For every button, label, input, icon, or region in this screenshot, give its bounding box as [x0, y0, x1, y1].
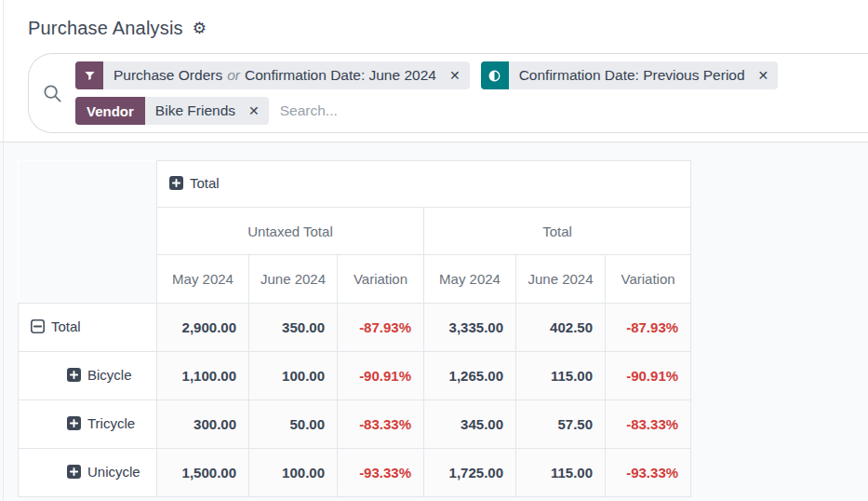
pivot-cell: 300.00	[157, 400, 249, 449]
table-row: Bicycle 1,100.00 100.00 -90.91% 1,265.00…	[19, 352, 691, 400]
plus-square-icon[interactable]	[67, 368, 81, 382]
pivot-corner-spacer	[19, 161, 157, 208]
plus-square-icon[interactable]	[67, 465, 81, 479]
measure-header-untaxed-total[interactable]: Untaxed Total	[157, 208, 424, 255]
pivot-cell-variation: -87.93%	[606, 304, 691, 352]
facet-value: Confirmation Date: June 2024	[245, 67, 436, 84]
measure-header-total[interactable]: Total	[424, 208, 691, 255]
column-header-label: Total	[190, 175, 220, 191]
search-input[interactable]	[280, 102, 864, 119]
pivot-cell: 402.50	[516, 304, 606, 352]
plus-square-icon[interactable]	[67, 416, 81, 430]
period-header: May 2024	[157, 255, 249, 304]
search-bar[interactable]: Purchase Orders or Confirmation Date: Ju…	[28, 53, 868, 133]
pivot-view: Total Untaxed Total Total May 2024 June …	[0, 142, 868, 501]
pivot-cell: 100.00	[249, 352, 338, 400]
search-icon	[42, 83, 62, 103]
pivot-cell: 2,900.00	[157, 304, 249, 352]
facet-value: Purchase Orders	[114, 67, 222, 84]
page-title: Purchase Analysis	[28, 18, 183, 39]
pivot-cell-variation: -90.91%	[338, 352, 424, 400]
row-header-total[interactable]: Total	[19, 304, 157, 352]
table-row: Tricycle 300.00 50.00 -83.33% 345.00 57.…	[19, 400, 691, 449]
pivot-cell-variation: -87.93%	[338, 304, 424, 352]
gear-icon[interactable]: ⚙	[193, 20, 207, 36]
row-header-bicycle[interactable]: Bicycle	[19, 352, 157, 400]
facet-vendor: Vendor Bike Friends ✕	[75, 97, 269, 125]
pivot-cell: 1,265.00	[424, 352, 516, 400]
row-label: Bicycle	[87, 367, 132, 383]
facet-filter: Purchase Orders or Confirmation Date: Ju…	[75, 61, 470, 89]
purchase-analysis-page: Purchase Analysis ⚙ Purchase Orders or C…	[0, 0, 868, 501]
pivot-cell: 1,100.00	[157, 352, 249, 400]
pivot-cell: 345.00	[424, 400, 516, 449]
pivot-corner-spacer	[19, 208, 157, 255]
pivot-cell-variation: -83.33%	[606, 400, 691, 449]
facet-filter-text: Purchase Orders or Confirmation Date: Ju…	[103, 61, 447, 89]
table-row: Unicycle 1,500.00 100.00 -93.33% 1,725.0…	[19, 449, 691, 497]
pivot-cell: 3,335.00	[424, 304, 516, 352]
row-header-tricycle[interactable]: Tricycle	[19, 400, 157, 449]
period-header: June 2024	[516, 255, 606, 304]
pivot-corner-spacer	[19, 255, 157, 304]
funnel-icon	[75, 61, 103, 89]
pivot-cell: 57.50	[516, 400, 606, 449]
remove-facet-icon[interactable]: ✕	[755, 61, 779, 89]
facet-field-name: Vendor	[75, 97, 145, 125]
facet-value: Confirmation Date: Previous Period	[519, 67, 745, 84]
remove-facet-icon[interactable]: ✕	[447, 61, 470, 89]
pivot-cell: 1,500.00	[157, 449, 249, 497]
pivot-cell-variation: -90.91%	[606, 352, 691, 400]
view-header: Purchase Analysis ⚙	[0, 0, 868, 45]
pivot-cell: 115.00	[516, 352, 606, 400]
search-facets: Purchase Orders or Confirmation Date: Ju…	[75, 61, 864, 125]
pivot-cell: 1,725.00	[424, 449, 516, 497]
variation-header: Variation	[338, 255, 424, 304]
pivot-cell-variation: -83.33%	[338, 400, 424, 449]
contrast-icon	[481, 61, 509, 89]
row-label: Unicycle	[87, 464, 140, 480]
period-header: May 2024	[424, 255, 516, 304]
pivot-cell-variation: -93.33%	[338, 449, 424, 497]
period-header: June 2024	[249, 255, 338, 304]
minus-square-icon[interactable]	[31, 319, 45, 333]
plus-square-icon[interactable]	[169, 176, 183, 190]
variation-header: Variation	[606, 255, 691, 304]
row-label: Tricycle	[87, 415, 135, 431]
table-row: Total 2,900.00 350.00 -87.93% 3,335.00 4…	[19, 304, 691, 352]
facet-comparison-text: Confirmation Date: Previous Period	[509, 61, 755, 89]
facet-vendor-text: Bike Friends	[145, 97, 246, 125]
facet-comparison: Confirmation Date: Previous Period ✕	[481, 61, 779, 89]
pivot-cell: 115.00	[516, 449, 606, 497]
pivot-cell: 50.00	[249, 400, 338, 449]
facet-value: Bike Friends	[155, 102, 235, 119]
row-label: Total	[51, 318, 81, 334]
pivot-table: Total Untaxed Total Total May 2024 June …	[18, 160, 691, 497]
pivot-cell: 100.00	[249, 449, 338, 497]
column-header-total[interactable]: Total	[157, 161, 691, 208]
pivot-cell: 350.00	[249, 304, 338, 352]
row-header-unicycle[interactable]: Unicycle	[19, 449, 157, 497]
window-edge-line	[3, 0, 4, 501]
pivot-cell-variation: -93.33%	[606, 449, 691, 497]
remove-facet-icon[interactable]: ✕	[246, 97, 269, 125]
facet-join: or	[227, 67, 240, 84]
